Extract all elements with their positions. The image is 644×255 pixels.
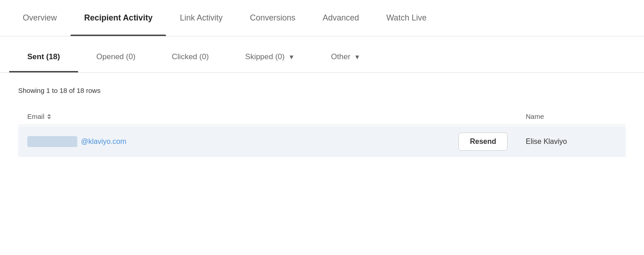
subtab-opened[interactable]: Opened (0) [78,41,154,72]
table-header: Email Name [18,108,626,125]
column-header-email[interactable]: Email [27,112,118,120]
tab-recipient-activity[interactable]: Recipient Activity [70,0,166,36]
name-cell: Elise Klaviyo [526,138,617,146]
subtab-clicked[interactable]: Clicked (0) [154,41,227,72]
tab-conversions[interactable]: Conversions [236,0,309,36]
subtab-skipped[interactable]: Skipped (0) ▼ [227,41,313,72]
column-header-name: Name [526,112,617,120]
tab-link-activity[interactable]: Link Activity [166,0,236,36]
tab-overview[interactable]: Overview [9,0,70,36]
chevron-down-icon: ▼ [288,53,295,61]
sort-icon[interactable] [47,114,51,119]
tab-watch-live[interactable]: Watch Live [373,0,440,36]
email-domain: @klaviyo.com [81,138,126,146]
subtab-other[interactable]: Other ▼ [313,41,378,72]
chevron-down-icon: ▼ [354,53,360,61]
tab-advanced[interactable]: Advanced [309,0,372,36]
table-row: @klaviyo.com Resend Elise Klaviyo [18,126,626,157]
email-redacted-block [27,136,77,147]
top-nav: Overview Recipient Activity Link Activit… [0,0,644,36]
content-area: Showing 1 to 18 of 18 rows Email Name @k… [0,73,644,171]
sub-nav: Sent (18) Opened (0) Clicked (0) Skipped… [0,41,644,73]
resend-button[interactable]: Resend [458,133,508,151]
showing-rows-text: Showing 1 to 18 of 18 rows [18,87,626,94]
subtab-sent[interactable]: Sent (18) [9,41,78,72]
